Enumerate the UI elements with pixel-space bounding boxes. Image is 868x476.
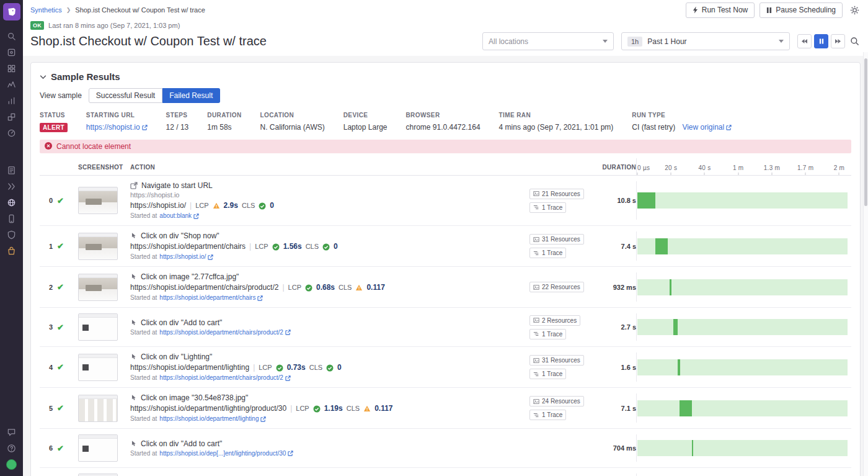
timeline-tick: 2 m xyxy=(834,164,845,171)
help-icon[interactable] xyxy=(0,440,23,456)
chat-icon[interactable] xyxy=(0,424,23,440)
tab-failed-result[interactable]: Failed Result xyxy=(162,88,220,103)
vitals-url: https://shopist.io/department/lighting/p… xyxy=(130,404,286,413)
step-row[interactable]: 0 ✔ Navigate to start URL https://shopis… xyxy=(40,176,851,226)
starting-url-link[interactable]: https://shopist.io xyxy=(86,123,148,132)
waterfall-bar[interactable] xyxy=(692,440,693,456)
started-at-link[interactable]: https://shopist.io/department/chairs/pro… xyxy=(159,329,291,336)
trace-badge[interactable]: 1 Trace xyxy=(529,369,566,379)
security-icon[interactable] xyxy=(0,227,23,243)
timeframe-dropdown[interactable]: 1h Past 1 Hour xyxy=(621,32,790,50)
cls-value: 0 xyxy=(270,201,274,210)
fast-forward-button[interactable] xyxy=(831,34,845,48)
waterfall-bar[interactable] xyxy=(655,238,668,254)
sample-results-header[interactable]: Sample Results xyxy=(40,71,851,82)
infrastructure-icon[interactable] xyxy=(0,44,23,60)
step-screenshot[interactable] xyxy=(78,233,118,260)
waterfall-bar[interactable] xyxy=(678,359,680,375)
trace-badge[interactable]: 1 Trace xyxy=(529,410,566,420)
step-row[interactable]: 6 ✔ Click on div "Add to cart" Started a… xyxy=(40,429,851,468)
search-zoom-icon[interactable] xyxy=(850,37,859,46)
logs-icon[interactable] xyxy=(0,162,23,178)
locations-dropdown[interactable]: All locations xyxy=(482,32,614,50)
step-row[interactable]: 5 ✔ Click on image "30.54e8738.jpg" http… xyxy=(40,388,851,429)
metrics-icon[interactable] xyxy=(0,92,23,109)
waterfall-bar[interactable] xyxy=(637,192,655,209)
pause-playback-button[interactable] xyxy=(814,34,828,48)
tab-successful-result[interactable]: Successful Result xyxy=(89,88,162,103)
trace-badge[interactable]: 1 Trace xyxy=(529,329,566,339)
pause-scheduling-button[interactable]: Pause Scheduling xyxy=(760,2,843,18)
integrations-icon[interactable] xyxy=(0,109,23,125)
waterfall-bar[interactable] xyxy=(670,279,671,295)
resources-badge[interactable]: 24 Resources xyxy=(529,396,584,406)
locations-placeholder: All locations xyxy=(489,37,528,46)
main-scrollbar xyxy=(863,52,868,476)
resources-badge[interactable]: 22 Resources xyxy=(529,282,584,292)
trace-badge[interactable]: 1 Trace xyxy=(529,248,566,258)
marketplace-icon[interactable] xyxy=(0,243,23,259)
cls-label: CLS xyxy=(306,242,319,251)
step-screenshot[interactable] xyxy=(78,354,118,381)
step-screenshot[interactable] xyxy=(78,313,118,341)
step-row[interactable]: 2 ✔ Click on image "2.77cffca.jpg" https… xyxy=(40,267,851,308)
ci-pipelines-icon[interactable] xyxy=(0,178,23,194)
step-screenshot[interactable] xyxy=(78,395,118,422)
started-at-link[interactable]: https://shopist.io/department/chairs/pro… xyxy=(159,374,291,382)
waterfall-track xyxy=(637,238,848,254)
step-row[interactable]: 3 ✔ Click on div "Add to cart" Started a… xyxy=(40,308,851,347)
vitals-url: https://shopist.io/department/lighting xyxy=(130,363,249,372)
trace-badge[interactable]: 1 Trace xyxy=(529,202,566,213)
waterfall-bar[interactable] xyxy=(673,319,678,335)
resources-icon xyxy=(533,317,539,323)
step-screenshot[interactable] xyxy=(78,434,118,462)
result-tabs: Successful ResultFailed Result xyxy=(89,88,220,103)
rewind-button[interactable] xyxy=(797,34,812,48)
run-test-now-button[interactable]: Run Test Now xyxy=(686,2,755,18)
step-number: 3 xyxy=(49,323,53,331)
started-at-link[interactable]: about:blank xyxy=(159,212,199,220)
timeframe-chip: 1h xyxy=(627,37,642,47)
cls-status-icon xyxy=(322,243,330,251)
step-screenshot[interactable] xyxy=(78,474,118,476)
step-row[interactable]: 4 ✔ Click on div "Lighting" https://shop… xyxy=(40,347,851,388)
step-screenshot[interactable] xyxy=(78,187,118,214)
waterfall-track xyxy=(637,400,848,416)
trace-icon xyxy=(533,204,539,210)
step-vitals: https://shopist.io/department/lighting/p… xyxy=(130,404,525,413)
breadcrumb-synthetics-link[interactable]: Synthetics xyxy=(30,6,62,14)
started-at-link[interactable]: https://shopist.io/department/chairs xyxy=(159,294,263,302)
scrollbar-thumb[interactable] xyxy=(864,58,867,206)
dashboards-icon[interactable] xyxy=(0,60,23,76)
synthetics-icon[interactable] xyxy=(0,194,23,210)
step-row[interactable]: 1 ✔ Click on div "Shop now" https://shop… xyxy=(40,226,851,267)
step-duration: 7.4 s xyxy=(589,243,636,250)
started-at-link[interactable]: https://shopist.io/dep[...]ent/lighting/… xyxy=(159,450,293,457)
search-icon[interactable] xyxy=(0,28,23,44)
settings-gear-icon[interactable] xyxy=(850,6,859,15)
lcp-value: 1.19s xyxy=(324,404,343,413)
resources-badge[interactable]: 21 Resources xyxy=(529,189,584,199)
resources-badge[interactable]: 2 Resources xyxy=(529,315,580,326)
cls-value: 0.117 xyxy=(366,283,384,292)
rum-icon[interactable] xyxy=(0,210,23,227)
cls-status-icon xyxy=(355,284,363,291)
cls-status-icon xyxy=(363,405,371,412)
step-passed-icon: ✔ xyxy=(57,403,64,413)
waterfall-track xyxy=(637,192,848,209)
resources-badge[interactable]: 31 Resources xyxy=(529,234,584,245)
monitors-icon[interactable] xyxy=(0,76,23,92)
started-at-link[interactable]: https://shopist.io/department/lighting xyxy=(159,415,266,423)
datadog-logo[interactable] xyxy=(3,3,20,20)
resources-badge[interactable]: 31 Resources xyxy=(529,355,584,366)
cls-status-icon xyxy=(259,202,266,210)
step-screenshot[interactable] xyxy=(78,274,118,301)
step-passed-icon: ✔ xyxy=(57,444,64,453)
step-row[interactable]: 7 ✔ Click on div "Cart (2)" xyxy=(40,468,851,476)
waterfall-bar[interactable] xyxy=(680,400,691,416)
apm-icon[interactable] xyxy=(0,125,23,141)
view-original-link[interactable]: View original xyxy=(682,123,732,132)
started-at-link[interactable]: https://shopist.io/ xyxy=(159,253,213,261)
user-avatar[interactable] xyxy=(0,456,23,472)
sidebar-nav xyxy=(0,28,23,259)
